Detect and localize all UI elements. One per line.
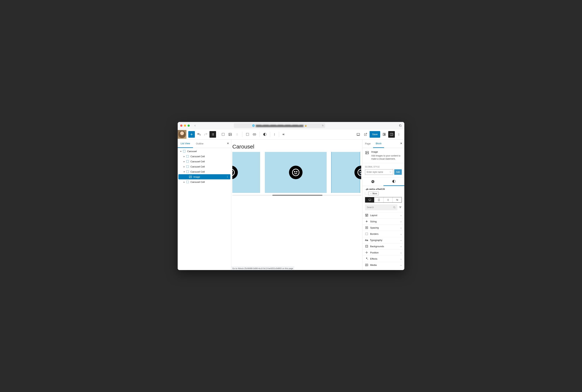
accordion-label: Layout	[370, 214, 377, 217]
view-external-button[interactable]	[362, 131, 369, 138]
accordion-media[interactable]: Media ⌄	[363, 262, 404, 268]
tab-overview-button[interactable]	[399, 124, 402, 127]
tree-label: Carousel Cell	[190, 170, 205, 173]
chevron-down-icon[interactable]: ▾	[179, 150, 182, 152]
page-title[interactable]: Carousel	[232, 144, 361, 150]
chevron-down-icon[interactable]: ▾	[182, 171, 186, 173]
svg-rect-58	[378, 199, 380, 201]
svg-point-40	[227, 177, 228, 178]
accordion-spacing[interactable]: Spacing ⌄	[363, 224, 404, 231]
tree-item-carousel[interactable]: ▾ Carousel	[178, 149, 231, 154]
tree-item-options-button[interactable]	[226, 175, 229, 178]
chevron-right-icon[interactable]: ▸	[182, 181, 186, 183]
svg-point-88	[366, 264, 367, 265]
reload-icon[interactable]: ↻	[322, 124, 324, 127]
carousel-cell[interactable]	[265, 152, 327, 193]
tab-settings-gear[interactable]	[363, 178, 384, 186]
typography-icon: Aa	[365, 239, 368, 242]
tab-list-view[interactable]: List View	[178, 140, 193, 148]
chevron-down-icon: ⌄	[400, 233, 402, 235]
accordion-label: Position	[370, 251, 379, 254]
toolbar-contrast-icon[interactable]	[262, 131, 268, 138]
device-mobile-button[interactable]	[384, 197, 393, 202]
accordion-position[interactable]: Position ⌄	[363, 250, 404, 256]
browser-back-button[interactable]	[194, 124, 196, 127]
svg-rect-21	[383, 133, 384, 136]
toolbar-link-icon[interactable]	[251, 131, 258, 138]
patterns-button[interactable]	[381, 131, 388, 138]
right-panel-tabs: Page Block	[363, 140, 404, 148]
svg-point-48	[358, 169, 361, 176]
editor-canvas[interactable]: Carousel	[231, 140, 362, 270]
list-view-button[interactable]	[209, 131, 216, 138]
svg-rect-24	[390, 133, 393, 136]
svg-point-63	[397, 200, 398, 200]
block-move-updown[interactable]	[234, 131, 240, 138]
block-container-icon[interactable]	[220, 131, 226, 138]
style-search-input[interactable]: Search	[365, 204, 397, 210]
editor-more-button[interactable]	[396, 131, 402, 138]
carousel-cell-selected[interactable]	[331, 152, 360, 193]
tab-outline[interactable]: Outline	[193, 140, 206, 148]
chevron-right-icon[interactable]: ▸	[182, 166, 186, 168]
accordion-layout[interactable]: Layout ⌄	[363, 212, 404, 218]
device-settings-button[interactable]	[393, 197, 402, 202]
svg-point-42	[232, 169, 234, 176]
tree-item-carousel-cell[interactable]: ▸ Carousel Cell	[178, 154, 231, 159]
carousel-cell[interactable]	[232, 152, 260, 193]
maximize-window-button[interactable]	[187, 124, 190, 127]
url-bar[interactable]: 🌐 ▆▆▆▅▆▆▆▅▆▆▆▅▆▆▆▅▆▆▆▅▆▆▆▅▆▆ 🔒 ↻	[234, 123, 325, 128]
accordion-backgrounds[interactable]: Backgrounds ⌄	[363, 243, 404, 250]
svg-line-20	[365, 133, 367, 134]
tree-item-carousel-cell[interactable]: ▸ Carousel Cell	[178, 164, 231, 169]
left-panel-close-button[interactable]	[227, 142, 229, 144]
toolbar-more-button[interactable]	[271, 131, 278, 138]
view-desktop-button[interactable]	[355, 131, 362, 138]
scrollbar-thumb[interactable]	[272, 195, 323, 196]
minimize-window-button[interactable]	[184, 124, 186, 127]
tree-item-carousel-cell[interactable]: ▾ Carousel Cell	[178, 169, 231, 174]
svg-rect-41	[186, 181, 189, 183]
browser-chrome: 🌐 ▆▆▆▅▆▆▆▅▆▆▆▅▆▆▆▅▆▆▆▅▆▆▆▅▆▆ 🔒 ↻	[178, 122, 404, 129]
url-text: ▆▆▆▅▆▆▆▅▆▆▆▅▆▆▆▅▆▆▆▅▆▆▆▅▆▆	[256, 124, 303, 127]
global-style-name-input[interactable]: Enter style name	[365, 169, 393, 175]
tab-page[interactable]: Page	[363, 140, 373, 148]
accordion-sizing[interactable]: Sizing ⌄	[363, 218, 404, 224]
add-button-label: Add	[396, 171, 400, 173]
block-tree: ▾ Carousel ▸ Carousel Cell ▸ Carousel Ce…	[178, 148, 231, 270]
accordion-borders[interactable]: Borders ⌄	[363, 231, 404, 237]
svg-point-26	[399, 133, 399, 134]
settings-sidebar-button[interactable]	[388, 131, 395, 138]
filter-icon[interactable]	[399, 206, 402, 209]
toolbar-collapse-button[interactable]	[280, 131, 287, 138]
site-avatar[interactable]	[178, 130, 186, 139]
left-panel: List View Outline ▾ Carousel ▸ Carousel …	[178, 140, 231, 270]
tree-item-image[interactable]: Image	[178, 174, 230, 179]
device-desktop-button[interactable]	[365, 197, 374, 202]
toolbar-crop-icon[interactable]	[244, 131, 251, 138]
accordion-effects[interactable]: Effects ⌄	[363, 256, 404, 262]
more-button[interactable]: More	[368, 192, 379, 195]
svg-point-28	[399, 135, 399, 135]
chevron-right-icon[interactable]: ▸	[182, 160, 186, 162]
redo-button[interactable]	[202, 131, 209, 138]
svg-point-54	[366, 152, 367, 153]
chevron-right-icon[interactable]: ▸	[182, 156, 186, 158]
svg-point-46	[294, 172, 295, 172]
global-style-add-button[interactable]: Add	[394, 169, 402, 175]
close-window-button[interactable]	[180, 124, 182, 127]
carousel-scrollbar[interactable]	[232, 195, 361, 196]
accordion-typography[interactable]: Aa Typography ⌄	[363, 237, 404, 243]
block-image-icon[interactable]	[227, 131, 233, 138]
tree-item-carousel-cell[interactable]: ▸ Carousel Cell	[178, 179, 231, 184]
save-button[interactable]: Save	[370, 131, 380, 138]
tab-block[interactable]: Block	[373, 140, 384, 148]
undo-button[interactable]	[196, 131, 202, 138]
tree-item-carousel-cell[interactable]: ▸ Carousel Cell	[178, 159, 231, 164]
add-block-button[interactable]	[188, 131, 195, 138]
accordion-label: Sizing	[370, 220, 377, 223]
right-panel-close-button[interactable]	[400, 142, 403, 144]
tab-styles-contrast[interactable]	[384, 178, 405, 186]
carousel-block[interactable]	[232, 152, 361, 193]
device-tablet-button[interactable]	[374, 197, 384, 202]
